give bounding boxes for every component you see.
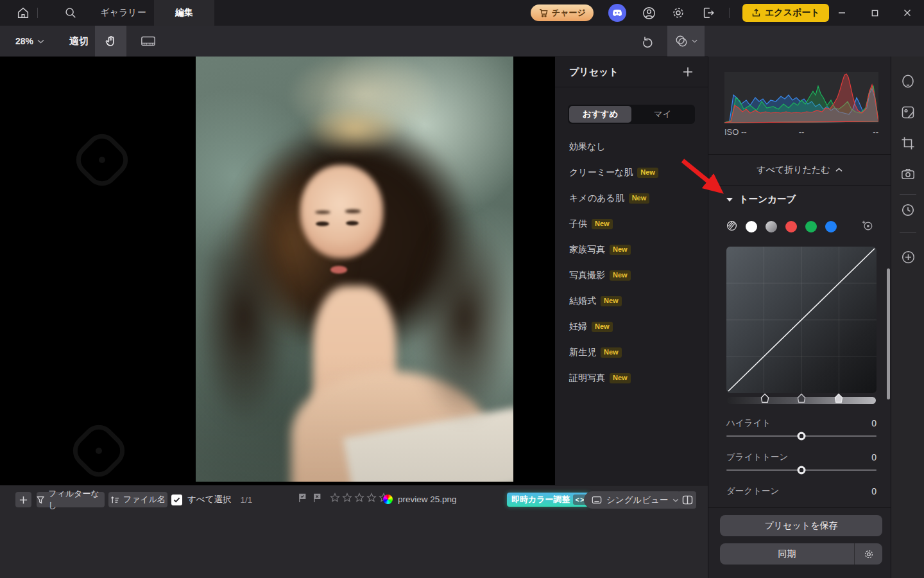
ribbon-history-tab[interactable] xyxy=(891,195,924,225)
ribbon-photo-tab[interactable] xyxy=(891,97,924,128)
crop-icon xyxy=(901,136,915,150)
sync-settings-button[interactable] xyxy=(855,548,882,560)
charge-button[interactable]: チャージ xyxy=(531,4,594,21)
preset-item[interactable]: 妊婦New xyxy=(569,320,613,333)
collapse-all-button[interactable]: すべて折りたたむ xyxy=(708,155,891,185)
sync-button[interactable]: 同期 xyxy=(720,543,882,565)
discord-button[interactable] xyxy=(608,4,626,22)
curve-handle-highlights[interactable] xyxy=(834,393,844,403)
undo-button[interactable] xyxy=(637,26,660,57)
bright-tone-slider[interactable] xyxy=(726,469,877,471)
add-curve-point-button[interactable] xyxy=(861,220,874,234)
reject-flag-icon[interactable] xyxy=(312,493,322,503)
ribbon-face-tab[interactable] xyxy=(891,66,924,97)
preset-item[interactable]: 写真撮影New xyxy=(569,269,631,282)
preset-label: 子供 xyxy=(569,218,587,230)
preset-item[interactable]: 子供New xyxy=(569,218,613,231)
star-icon[interactable] xyxy=(366,493,377,503)
tone-curve-grid xyxy=(726,247,877,393)
select-all-control[interactable]: すべて選択 1/1 xyxy=(171,492,252,507)
logout-button[interactable] xyxy=(699,0,717,26)
curve-handle-shadows[interactable] xyxy=(760,393,770,403)
preset-item[interactable]: キメのある肌New xyxy=(569,192,649,205)
save-preset-button[interactable]: プリセットを保存 xyxy=(720,515,882,536)
channel-blue-button[interactable] xyxy=(825,221,837,232)
ribbon-add-tab[interactable] xyxy=(891,241,924,272)
preset-item[interactable]: 家族写真New xyxy=(569,243,631,256)
pick-flag-icon[interactable] xyxy=(298,493,307,503)
divider xyxy=(708,185,891,186)
tab-gallery[interactable]: ギャラリー xyxy=(96,0,150,26)
search-button[interactable] xyxy=(62,0,80,26)
channel-green-button[interactable] xyxy=(805,221,817,232)
ribbon-crop-tab[interactable] xyxy=(891,128,924,159)
channel-red-button[interactable] xyxy=(785,221,797,232)
slider-knob[interactable] xyxy=(798,466,806,475)
color-adjust-panel: 色調整 ISO -- -- -- すべて折りたたむ トーンカーブ xyxy=(708,26,891,578)
view-mode-dropdown[interactable]: シングルビュー xyxy=(584,491,687,509)
hand-icon xyxy=(104,35,117,48)
aperture-value: -- xyxy=(827,127,878,137)
hand-tool-button[interactable] xyxy=(95,26,126,57)
select-all-checkbox[interactable] xyxy=(171,495,182,505)
preset-item[interactable]: クリーミーな肌New xyxy=(569,166,658,179)
star-icon[interactable] xyxy=(354,493,364,503)
star-icon[interactable] xyxy=(342,493,352,503)
slider-value: 0 xyxy=(871,452,877,462)
preset-item[interactable]: 効果なし xyxy=(569,141,606,153)
split-view-button[interactable] xyxy=(678,491,696,509)
account-button[interactable] xyxy=(640,0,658,26)
add-photo-button[interactable] xyxy=(15,492,31,507)
gear-icon xyxy=(671,6,685,20)
view-mode-label: シングルビュー xyxy=(606,495,668,506)
home-button[interactable] xyxy=(14,0,32,26)
divider xyxy=(708,507,891,508)
discord-icon xyxy=(612,9,622,17)
reference-tool-button[interactable] xyxy=(133,26,163,57)
highlights-slider[interactable] xyxy=(726,435,877,437)
add-point-icon xyxy=(861,220,874,231)
tab-recommended[interactable]: おすすめ xyxy=(569,106,631,123)
star-icon[interactable] xyxy=(330,493,340,503)
compare-button[interactable] xyxy=(667,26,705,57)
add-preset-button[interactable] xyxy=(682,66,694,78)
tab-my-presets[interactable]: マイ xyxy=(631,106,694,123)
presets-tabs: おすすめ マイ xyxy=(568,105,695,124)
select-all-label: すべて選択 xyxy=(187,494,231,505)
triangle-down-icon xyxy=(726,198,733,202)
tab-edit[interactable]: 編集 xyxy=(154,0,214,26)
preset-item[interactable]: 新生児New xyxy=(569,346,622,359)
minimize-icon xyxy=(837,8,846,17)
preset-item[interactable]: 証明写真New xyxy=(569,372,631,385)
panel-scrollbar[interactable] xyxy=(887,268,890,399)
zoom-level-dropdown[interactable]: 28% xyxy=(9,26,51,57)
minimize-button[interactable] xyxy=(835,0,848,26)
charge-label: チャージ xyxy=(552,7,586,19)
star-rating[interactable] xyxy=(330,493,389,503)
fit-button[interactable]: 適切 xyxy=(64,26,94,57)
tone-curve-editor[interactable] xyxy=(726,247,877,393)
maximize-button[interactable] xyxy=(868,0,881,26)
export-icon xyxy=(751,8,761,18)
image-canvas[interactable] xyxy=(0,57,555,485)
instant-color-button[interactable]: 即時カラー調整 <> xyxy=(507,493,590,507)
channel-gray-button[interactable] xyxy=(766,221,777,232)
preset-item[interactable]: 結婚式New xyxy=(569,295,622,308)
curve-handle-midtones[interactable] xyxy=(796,393,807,403)
watermark-logo xyxy=(69,127,135,193)
disabled-hatch-icon xyxy=(726,220,737,231)
chevron-up-icon xyxy=(835,168,843,172)
channel-luma-button[interactable] xyxy=(746,221,757,232)
settings-button[interactable] xyxy=(669,0,687,26)
ribbon-camera-tab[interactable] xyxy=(891,159,924,189)
channel-disabled-button[interactable] xyxy=(726,220,737,234)
sort-icon xyxy=(110,496,119,504)
slider-knob[interactable] xyxy=(798,432,806,441)
close-button[interactable] xyxy=(901,0,914,26)
tone-curve-section-toggle[interactable]: トーンカーブ xyxy=(726,193,796,206)
color-label-icon[interactable] xyxy=(383,495,393,504)
export-button[interactable]: エクスポート xyxy=(742,4,829,22)
photo-icon xyxy=(901,105,915,119)
filter-button[interactable]: フィルターなし xyxy=(37,492,105,507)
sort-button[interactable]: ファイル名 xyxy=(108,492,167,507)
